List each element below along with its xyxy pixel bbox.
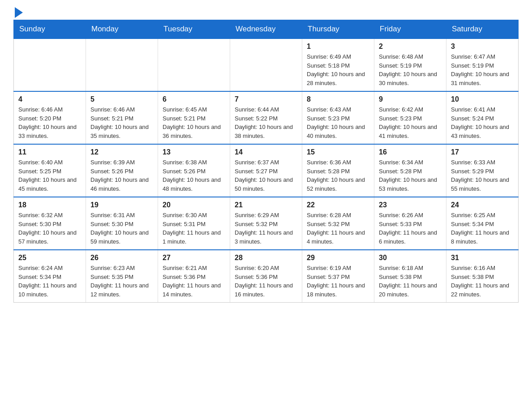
calendar-header-row: SundayMondayTuesdayWednesdayThursdayFrid…: [14, 20, 519, 39]
day-info: Sunrise: 6:21 AM Sunset: 5:36 PM Dayligh…: [163, 264, 225, 299]
calendar-cell: 22Sunrise: 6:28 AM Sunset: 5:32 PM Dayli…: [302, 197, 374, 250]
logo-arrow-icon: [15, 7, 23, 18]
calendar-cell: [230, 39, 302, 91]
day-info: Sunrise: 6:29 AM Sunset: 5:32 PM Dayligh…: [235, 211, 297, 246]
day-info: Sunrise: 6:16 AM Sunset: 5:38 PM Dayligh…: [451, 264, 514, 299]
calendar-cell: 21Sunrise: 6:29 AM Sunset: 5:32 PM Dayli…: [230, 197, 302, 250]
calendar-cell: 15Sunrise: 6:36 AM Sunset: 5:28 PM Dayli…: [302, 144, 374, 197]
day-number: 7: [235, 95, 297, 103]
day-info: Sunrise: 6:39 AM Sunset: 5:26 PM Dayligh…: [90, 158, 153, 193]
day-number: 28: [235, 254, 297, 262]
day-number: 3: [451, 43, 514, 51]
day-number: 19: [90, 201, 153, 209]
day-number: 16: [379, 148, 442, 156]
calendar-cell: 18Sunrise: 6:32 AM Sunset: 5:30 PM Dayli…: [14, 197, 86, 250]
day-info: Sunrise: 6:34 AM Sunset: 5:28 PM Dayligh…: [379, 158, 442, 193]
day-info: Sunrise: 6:31 AM Sunset: 5:30 PM Dayligh…: [90, 211, 153, 246]
calendar-cell: 27Sunrise: 6:21 AM Sunset: 5:36 PM Dayli…: [158, 250, 230, 303]
calendar-cell: 6Sunrise: 6:45 AM Sunset: 5:21 PM Daylig…: [158, 91, 230, 144]
day-info: Sunrise: 6:28 AM Sunset: 5:32 PM Dayligh…: [307, 211, 369, 246]
logo: [13, 9, 23, 15]
calendar-cell: 30Sunrise: 6:18 AM Sunset: 5:38 PM Dayli…: [374, 250, 446, 303]
day-number: 4: [18, 95, 81, 103]
day-number: 26: [90, 254, 153, 262]
day-number: 20: [163, 201, 225, 209]
day-number: 17: [451, 148, 514, 156]
calendar-cell: 25Sunrise: 6:24 AM Sunset: 5:34 PM Dayli…: [14, 250, 86, 303]
calendar-cell: 13Sunrise: 6:38 AM Sunset: 5:26 PM Dayli…: [158, 144, 230, 197]
calendar-week-row: 11Sunrise: 6:40 AM Sunset: 5:25 PM Dayli…: [14, 144, 519, 197]
page-header: [13, 9, 519, 15]
calendar-week-row: 4Sunrise: 6:46 AM Sunset: 5:20 PM Daylig…: [14, 91, 519, 144]
calendar-week-row: 18Sunrise: 6:32 AM Sunset: 5:30 PM Dayli…: [14, 197, 519, 250]
day-info: Sunrise: 6:19 AM Sunset: 5:37 PM Dayligh…: [307, 264, 369, 299]
day-info: Sunrise: 6:42 AM Sunset: 5:23 PM Dayligh…: [379, 105, 442, 140]
day-number: 29: [307, 254, 369, 262]
calendar-cell: 1Sunrise: 6:49 AM Sunset: 5:18 PM Daylig…: [302, 39, 374, 91]
day-number: 22: [307, 201, 369, 209]
day-info: Sunrise: 6:38 AM Sunset: 5:26 PM Dayligh…: [163, 158, 225, 193]
day-info: Sunrise: 6:44 AM Sunset: 5:22 PM Dayligh…: [235, 105, 297, 140]
day-info: Sunrise: 6:47 AM Sunset: 5:19 PM Dayligh…: [451, 52, 514, 87]
day-number: 10: [451, 95, 514, 103]
column-header-sunday: Sunday: [14, 20, 86, 39]
day-number: 18: [18, 201, 81, 209]
day-info: Sunrise: 6:48 AM Sunset: 5:19 PM Dayligh…: [379, 52, 442, 87]
calendar-cell: 14Sunrise: 6:37 AM Sunset: 5:27 PM Dayli…: [230, 144, 302, 197]
day-info: Sunrise: 6:49 AM Sunset: 5:18 PM Dayligh…: [307, 52, 369, 87]
calendar-cell: 26Sunrise: 6:23 AM Sunset: 5:35 PM Dayli…: [86, 250, 158, 303]
day-info: Sunrise: 6:32 AM Sunset: 5:30 PM Dayligh…: [18, 211, 81, 246]
calendar-cell: 19Sunrise: 6:31 AM Sunset: 5:30 PM Dayli…: [86, 197, 158, 250]
calendar-cell: [86, 39, 158, 91]
day-info: Sunrise: 6:36 AM Sunset: 5:28 PM Dayligh…: [307, 158, 369, 193]
calendar-cell: 4Sunrise: 6:46 AM Sunset: 5:20 PM Daylig…: [14, 91, 86, 144]
calendar-week-row: 25Sunrise: 6:24 AM Sunset: 5:34 PM Dayli…: [14, 250, 519, 303]
day-info: Sunrise: 6:37 AM Sunset: 5:27 PM Dayligh…: [235, 158, 297, 193]
day-number: 13: [163, 148, 225, 156]
calendar-cell: 31Sunrise: 6:16 AM Sunset: 5:38 PM Dayli…: [446, 250, 519, 303]
day-info: Sunrise: 6:26 AM Sunset: 5:33 PM Dayligh…: [379, 211, 442, 246]
day-info: Sunrise: 6:30 AM Sunset: 5:31 PM Dayligh…: [163, 211, 225, 246]
column-header-monday: Monday: [86, 20, 158, 39]
calendar-cell: 7Sunrise: 6:44 AM Sunset: 5:22 PM Daylig…: [230, 91, 302, 144]
day-number: 30: [379, 254, 442, 262]
day-info: Sunrise: 6:45 AM Sunset: 5:21 PM Dayligh…: [163, 105, 225, 140]
calendar-cell: 3Sunrise: 6:47 AM Sunset: 5:19 PM Daylig…: [446, 39, 519, 91]
calendar-cell: [14, 39, 86, 91]
column-header-wednesday: Wednesday: [230, 20, 302, 39]
day-number: 9: [379, 95, 442, 103]
day-number: 25: [18, 254, 81, 262]
calendar-cell: [158, 39, 230, 91]
day-number: 11: [18, 148, 81, 156]
day-number: 1: [307, 43, 369, 51]
day-number: 6: [163, 95, 225, 103]
calendar-cell: 24Sunrise: 6:25 AM Sunset: 5:34 PM Dayli…: [446, 197, 519, 250]
column-header-saturday: Saturday: [446, 20, 519, 39]
column-header-thursday: Thursday: [302, 20, 374, 39]
calendar-cell: 11Sunrise: 6:40 AM Sunset: 5:25 PM Dayli…: [14, 144, 86, 197]
day-number: 5: [90, 95, 153, 103]
calendar-week-row: 1Sunrise: 6:49 AM Sunset: 5:18 PM Daylig…: [14, 39, 519, 91]
day-info: Sunrise: 6:46 AM Sunset: 5:20 PM Dayligh…: [18, 105, 81, 140]
calendar-cell: 2Sunrise: 6:48 AM Sunset: 5:19 PM Daylig…: [374, 39, 446, 91]
calendar-cell: 28Sunrise: 6:20 AM Sunset: 5:36 PM Dayli…: [230, 250, 302, 303]
calendar-cell: 10Sunrise: 6:41 AM Sunset: 5:24 PM Dayli…: [446, 91, 519, 144]
column-header-tuesday: Tuesday: [158, 20, 230, 39]
day-number: 23: [379, 201, 442, 209]
calendar-cell: 8Sunrise: 6:43 AM Sunset: 5:23 PM Daylig…: [302, 91, 374, 144]
column-header-friday: Friday: [374, 20, 446, 39]
day-info: Sunrise: 6:41 AM Sunset: 5:24 PM Dayligh…: [451, 105, 514, 140]
day-info: Sunrise: 6:18 AM Sunset: 5:38 PM Dayligh…: [379, 264, 442, 299]
day-number: 14: [235, 148, 297, 156]
day-number: 12: [90, 148, 153, 156]
calendar-cell: 16Sunrise: 6:34 AM Sunset: 5:28 PM Dayli…: [374, 144, 446, 197]
calendar-table: SundayMondayTuesdayWednesdayThursdayFrid…: [13, 20, 519, 303]
day-number: 24: [451, 201, 514, 209]
day-info: Sunrise: 6:20 AM Sunset: 5:36 PM Dayligh…: [235, 264, 297, 299]
calendar-cell: 5Sunrise: 6:46 AM Sunset: 5:21 PM Daylig…: [86, 91, 158, 144]
day-info: Sunrise: 6:25 AM Sunset: 5:34 PM Dayligh…: [451, 211, 514, 246]
day-info: Sunrise: 6:23 AM Sunset: 5:35 PM Dayligh…: [90, 264, 153, 299]
day-number: 31: [451, 254, 514, 262]
calendar-cell: 23Sunrise: 6:26 AM Sunset: 5:33 PM Dayli…: [374, 197, 446, 250]
calendar-cell: 9Sunrise: 6:42 AM Sunset: 5:23 PM Daylig…: [374, 91, 446, 144]
